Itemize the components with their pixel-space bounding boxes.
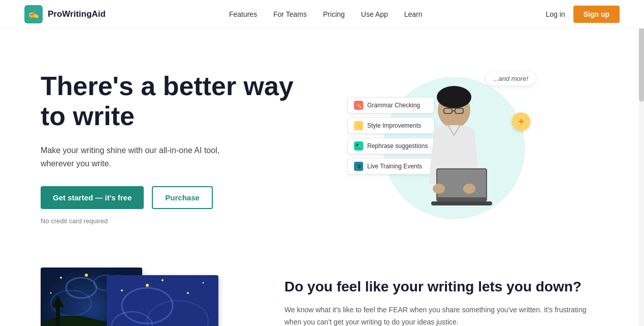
get-started-button[interactable]: Get started — it's free bbox=[41, 186, 144, 209]
section2-text: We know what it's like to feel the FEAR … bbox=[284, 304, 603, 326]
svg-rect-7 bbox=[431, 201, 492, 205]
svg-point-29 bbox=[187, 292, 189, 294]
navigation: ✍ ProWritingAid Features For Teams Prici… bbox=[0, 0, 644, 28]
signup-button[interactable]: Sign up bbox=[573, 6, 620, 23]
section2-left: My idea in my head bbox=[41, 268, 254, 326]
svg-point-27 bbox=[121, 289, 123, 291]
login-button[interactable]: Log in bbox=[546, 10, 565, 18]
no-credit-card-text: No credit card required bbox=[41, 217, 295, 225]
artwork-container: My idea in my head bbox=[41, 268, 223, 326]
svg-point-9 bbox=[463, 184, 475, 194]
svg-point-31 bbox=[162, 279, 164, 281]
plus-sticker: + bbox=[512, 112, 530, 131]
painting-idea bbox=[107, 275, 218, 326]
nav-features[interactable]: Features bbox=[229, 10, 257, 18]
nav-for-teams[interactable]: For Teams bbox=[273, 10, 307, 18]
hero-section: There's a better way to write Make your … bbox=[0, 28, 644, 257]
style-icon: ⚡ bbox=[354, 121, 363, 130]
hero-left: There's a better way to write Make your … bbox=[41, 71, 295, 225]
nav-links: Features For Teams Pricing Use App Learn bbox=[229, 10, 423, 19]
svg-rect-6 bbox=[437, 169, 486, 197]
svg-point-8 bbox=[433, 184, 445, 194]
hero-subtitle: Make your writing shine with our all-in-… bbox=[41, 144, 234, 170]
page-scrollbar[interactable] bbox=[639, 0, 644, 326]
svg-point-1 bbox=[437, 86, 471, 108]
hero-title: There's a better way to write bbox=[41, 71, 295, 132]
nav-actions: Log in Sign up bbox=[546, 6, 620, 23]
svg-point-18 bbox=[50, 292, 52, 294]
training-icon: 🎓 bbox=[354, 162, 363, 171]
svg-point-14 bbox=[60, 277, 62, 279]
logo-text: ProWritingAid bbox=[48, 9, 106, 19]
nav-learn[interactable]: Learn bbox=[404, 10, 423, 18]
hero-illustration: ...and more! + ✏️ Grammar Checking ⚡ Sty… bbox=[352, 67, 545, 229]
person-illustration bbox=[403, 82, 505, 229]
nav-use-app[interactable]: Use App bbox=[361, 10, 388, 18]
svg-point-28 bbox=[146, 284, 149, 287]
logo-icon: ✍ bbox=[24, 5, 43, 23]
section2: My idea in my head Do you feel like your… bbox=[0, 268, 644, 326]
svg-point-30 bbox=[203, 282, 204, 284]
section2-title: Do you feel like your writing lets you d… bbox=[284, 278, 603, 296]
purchase-button[interactable]: Purchase bbox=[152, 186, 213, 209]
svg-point-15 bbox=[85, 274, 88, 277]
hero-right: ...and more! + ✏️ Grammar Checking ⚡ Sty… bbox=[295, 59, 603, 237]
svg-rect-21 bbox=[56, 306, 60, 326]
grammar-icon: ✏️ bbox=[354, 101, 363, 110]
nav-pricing[interactable]: Pricing bbox=[323, 10, 345, 18]
section2-right: Do you feel like your writing lets you d… bbox=[284, 268, 603, 326]
rephrase-icon: ✒️ bbox=[354, 141, 363, 151]
logo-link[interactable]: ✍ ProWritingAid bbox=[24, 5, 106, 23]
hero-buttons: Get started — it's free Purchase bbox=[41, 186, 295, 209]
